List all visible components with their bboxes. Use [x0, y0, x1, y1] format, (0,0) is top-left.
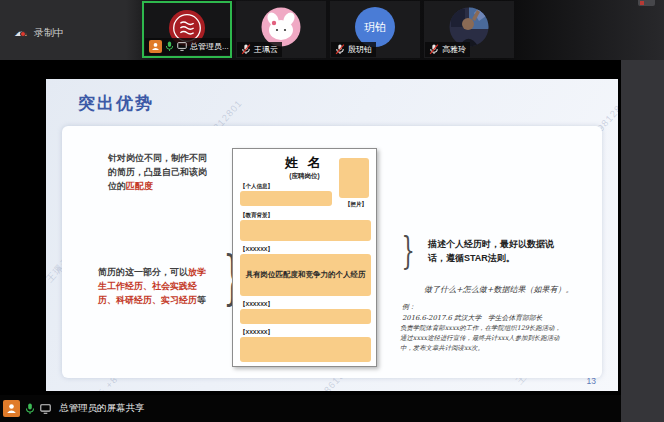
resume-field-box	[240, 191, 332, 206]
screen-share-icon	[177, 42, 187, 51]
resume-section-label: 【教育背景】	[240, 212, 273, 219]
resume-section-label: 【XXXXXX】	[240, 329, 273, 336]
mic-muted-icon	[429, 44, 439, 55]
annotation-highlight: 匹配度	[126, 181, 153, 191]
screen-share-icon	[40, 404, 51, 414]
participant-name-bar: 殷玥铂	[331, 42, 376, 57]
video-strip: ☁ 录制中	[0, 0, 664, 60]
mic-active-icon	[25, 403, 35, 415]
window-control[interactable]	[638, 0, 655, 6]
participant-name: 总管理员...	[190, 41, 229, 52]
resume-photo-label: 【照片】	[345, 201, 367, 208]
annotation-left-top: 针对岗位不同，制作不同的简历，凸显自己和该岗位的匹配度	[108, 152, 212, 194]
participant-name: 殷玥铂	[348, 44, 372, 55]
mic-active-icon	[165, 41, 174, 52]
resume-photo-box	[339, 158, 369, 198]
resume-highlight-text: 具有岗位匹配度和竞争力的个人经历	[246, 270, 366, 281]
screen-share-stage: 王珮云 +8615639812801 王珮云 +8615639812801 王珮…	[0, 60, 664, 422]
annotation-left-bottom: 简历的这一部分，可以放学生工作经历、社会实践经历、科研经历、实习经历等	[98, 266, 212, 308]
share-status-bar: 总管理员的屏幕共享	[0, 395, 621, 422]
recording-label: 录制中	[34, 26, 64, 40]
participant-name-bar: 王珮云	[237, 42, 282, 57]
example-header: 例： 2016.6-2017.6 武汉大学 学生会体育部部长	[402, 302, 542, 324]
resume-section-label: 【XXXXXX】	[240, 301, 273, 308]
meeting-window: ☁ 录制中	[0, 0, 664, 422]
avatar-initials: 玥铂	[364, 20, 386, 35]
participant-tile-gaoyaling[interactable]: 高雅玲	[424, 1, 514, 58]
share-banner-text: 总管理员的屏幕共享	[59, 402, 145, 415]
host-badge-icon	[3, 400, 20, 417]
mic-muted-icon	[241, 44, 251, 55]
participant-thumbnails: 总管理员...	[142, 1, 514, 58]
example-label: 例：	[402, 303, 416, 311]
resume-section-label: 【XXXXXX】	[240, 246, 273, 253]
slide-title: 突出优势	[78, 92, 154, 115]
participant-name-bar: 总管理员...	[145, 38, 232, 55]
stage-right-panel	[621, 60, 664, 422]
participant-name-bar: 高雅玲	[425, 42, 470, 57]
page-number: 13	[587, 376, 596, 386]
star-formula: 做了什么+怎么做+数据结果（如果有）。	[424, 284, 573, 295]
participant-name: 高雅玲	[442, 44, 466, 55]
mic-muted-icon	[335, 44, 345, 55]
resume-template: 姓 名 (应聘岗位) 【照片】 【个人信息】 【教育背景】 【XXXXXX】 具…	[232, 148, 377, 367]
avatar: 玥铂	[355, 7, 395, 47]
host-badge-icon	[149, 40, 162, 53]
resume-field-box	[240, 309, 371, 324]
right-brace: }	[401, 228, 414, 272]
annotation-text: 简历的这一部分，可以	[98, 267, 188, 277]
resume-highlight-box: 具有岗位匹配度和竞争力的个人经历	[240, 254, 371, 296]
participant-tile-admin[interactable]: 总管理员...	[142, 1, 232, 58]
shared-slide: 王珮云 +8615639812801 王珮云 +8615639812801 王珮…	[46, 79, 618, 391]
recording-cloud-icon: ☁	[14, 28, 28, 38]
recording-indicator[interactable]: ☁ 录制中	[14, 26, 64, 40]
window-control-dot	[640, 1, 644, 5]
resume-section-label: 【个人信息】	[240, 183, 273, 190]
example-title: 2016.6-2017.6 武汉大学 学生会体育部部长	[402, 314, 542, 322]
annotation-text: 针对岗位不同，制作不同的简历，凸显自己和该岗位的	[108, 153, 207, 191]
resume-field-box	[240, 337, 371, 362]
example-body: 负责学院体育部xxxx的工作，在学院组织129长跑活动，通过xxxx途径进行宣传…	[400, 324, 564, 354]
resume-field-box	[240, 220, 371, 241]
annotation-text: 等	[197, 295, 206, 305]
participant-tile-yinyuebo[interactable]: 玥铂 殷玥铂	[330, 1, 420, 58]
annotation-right: 描述个人经历时，最好以数据说话，遵循STAR法则。	[428, 238, 564, 266]
participant-name: 王珮云	[254, 44, 278, 55]
participant-tile-wangpeiyun[interactable]: 王珮云	[236, 1, 326, 58]
slide-content-card: 针对岗位不同，制作不同的简历，凸显自己和该岗位的匹配度 简历的这一部分，可以放学…	[62, 126, 602, 378]
